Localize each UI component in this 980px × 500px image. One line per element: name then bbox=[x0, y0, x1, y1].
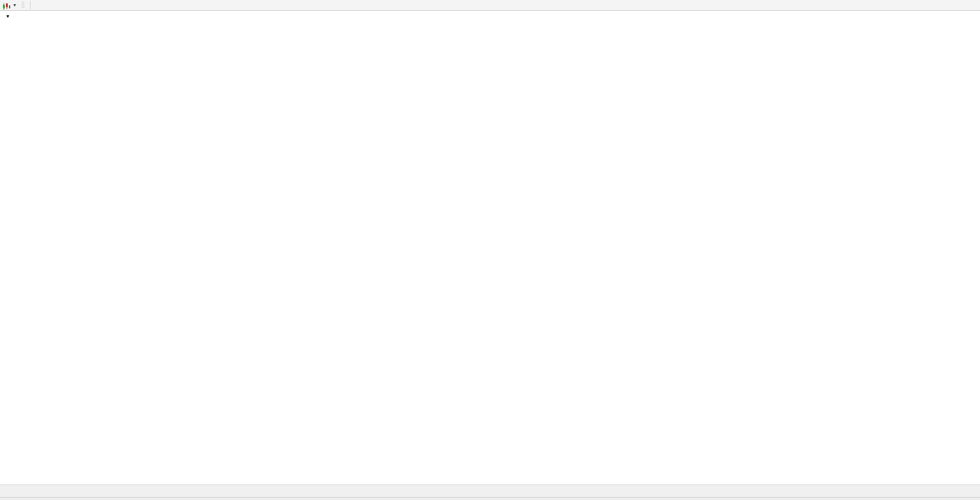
chevron-down-icon[interactable]: ▼ bbox=[13, 3, 17, 7]
chart-menu-icon[interactable]: ▼ bbox=[5, 14, 10, 19]
toolbar-separator bbox=[30, 1, 31, 10]
tab-scroll-arrows bbox=[967, 485, 980, 497]
chart-title: ▼ bbox=[5, 14, 19, 19]
status-bar bbox=[0, 497, 980, 500]
chart-window: ▼ bbox=[0, 11, 980, 484]
toolbar-grip bbox=[22, 2, 25, 9]
price-chart-canvas[interactable] bbox=[0, 11, 980, 484]
symbol-tab-bar bbox=[0, 484, 980, 497]
candlestick-chart-icon[interactable] bbox=[2, 2, 11, 9]
timeframe-toolbar: ▼ bbox=[0, 0, 980, 11]
